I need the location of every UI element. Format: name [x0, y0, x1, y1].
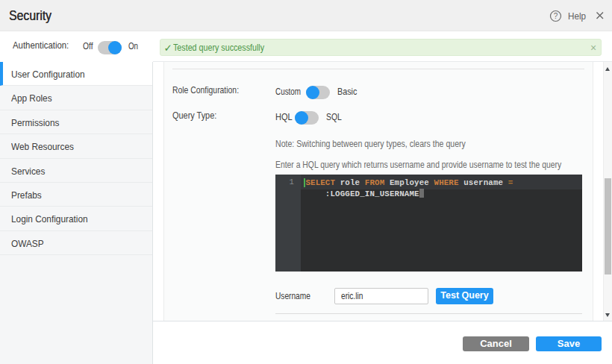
svg-text:Help: Help: [568, 10, 586, 22]
svg-text:?: ?: [554, 12, 558, 20]
